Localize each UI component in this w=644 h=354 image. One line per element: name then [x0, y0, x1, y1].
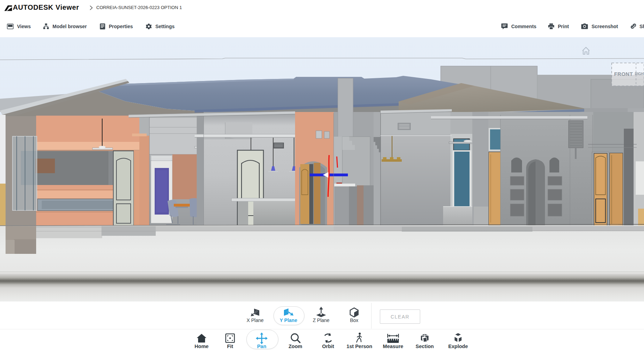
svg-text:FRONT: FRONT [614, 71, 633, 77]
svg-text:RIGHT: RIGHT [635, 72, 644, 76]
